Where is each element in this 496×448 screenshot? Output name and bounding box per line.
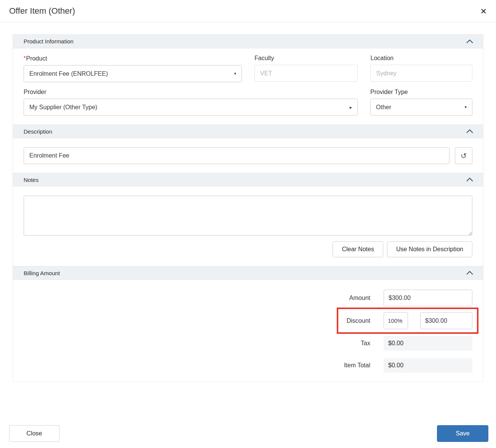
discount-percent-input[interactable] bbox=[384, 312, 408, 329]
save-button[interactable]: Save bbox=[437, 425, 488, 442]
provider-label: Provider bbox=[24, 89, 358, 96]
description-input[interactable] bbox=[24, 147, 450, 164]
tax-value: $0.00 bbox=[384, 336, 472, 351]
provider-type-label: Provider Type bbox=[370, 89, 472, 96]
section-header-description[interactable]: Description bbox=[13, 124, 483, 138]
section-header-notes[interactable]: Notes bbox=[13, 173, 483, 187]
required-asterisk: * bbox=[24, 55, 26, 61]
chevron-up-icon[interactable] bbox=[466, 129, 473, 133]
chevron-up-icon[interactable] bbox=[466, 178, 473, 182]
provider-value: My Supplier (Other Type) bbox=[29, 104, 97, 111]
offer-item-form: Product Information *Product Enrolment F… bbox=[13, 34, 483, 382]
clear-notes-button[interactable]: Clear Notes bbox=[333, 241, 383, 257]
section-title-notes: Notes bbox=[24, 177, 38, 183]
section-header-product-information[interactable]: Product Information bbox=[13, 35, 483, 48]
product-select-value: Enrolment Fee (ENROLFEE) bbox=[29, 70, 108, 77]
notes-body: Clear Notes Use Notes in Description bbox=[13, 187, 483, 266]
provider-lookup[interactable]: My Supplier (Other Type) ▸ bbox=[24, 99, 358, 116]
discount-label: Discount bbox=[347, 317, 370, 324]
description-body: ↺ bbox=[13, 138, 483, 173]
product-information-body: *Product Enrolment Fee (ENROLFEE) ▾ Facu… bbox=[13, 48, 483, 124]
item-total-value: $0.00 bbox=[384, 358, 472, 373]
chevron-up-icon[interactable] bbox=[466, 40, 473, 43]
notes-buttons: Clear Notes Use Notes in Description bbox=[24, 241, 472, 257]
modal-header: Offer Item (Other) ✕ bbox=[0, 0, 496, 22]
modal-title: Offer Item (Other) bbox=[9, 6, 75, 16]
location-input bbox=[370, 65, 472, 82]
caret-down-icon: ▾ bbox=[234, 71, 236, 76]
provider-type-value: Other bbox=[376, 104, 391, 111]
chevron-up-icon[interactable] bbox=[466, 271, 473, 275]
section-title-description: Description bbox=[24, 128, 52, 135]
item-total-row: Item Total $0.00 bbox=[24, 358, 472, 373]
section-header-billing-amount[interactable]: Billing Amount bbox=[13, 266, 483, 280]
amount-input[interactable] bbox=[384, 290, 472, 306]
notes-textarea[interactable] bbox=[24, 196, 472, 236]
caret-down-icon: ▾ bbox=[464, 105, 467, 110]
amount-label: Amount bbox=[349, 295, 370, 301]
close-button[interactable]: Close bbox=[9, 425, 59, 442]
faculty-label: Faculty bbox=[254, 55, 358, 62]
section-title-product-information: Product Information bbox=[24, 38, 74, 45]
item-total-label: Item Total bbox=[344, 362, 370, 369]
discount-row: Discount bbox=[24, 312, 472, 329]
history-icon: ↺ bbox=[461, 152, 467, 160]
product-select[interactable]: Enrolment Fee (ENROLFEE) ▾ bbox=[24, 65, 242, 82]
use-notes-in-description-button[interactable]: Use Notes in Description bbox=[387, 241, 472, 257]
section-title-billing-amount: Billing Amount bbox=[24, 270, 60, 276]
product-label: *Product bbox=[24, 55, 242, 62]
caret-right-icon: ▸ bbox=[350, 105, 352, 110]
restore-description-button[interactable]: ↺ bbox=[455, 147, 472, 164]
amount-row: Amount bbox=[24, 290, 472, 306]
faculty-input bbox=[254, 65, 358, 82]
provider-type-select[interactable]: Other ▾ bbox=[370, 99, 472, 116]
modal-footer: Close Save bbox=[9, 425, 488, 442]
tax-row: Tax $0.00 bbox=[24, 336, 472, 351]
location-label: Location bbox=[370, 55, 472, 62]
tax-label: Tax bbox=[361, 340, 370, 347]
close-icon[interactable]: ✕ bbox=[480, 7, 487, 15]
discount-amount-input[interactable] bbox=[420, 312, 472, 329]
billing-body: Amount Discount Tax $0.00 Item Total $0.… bbox=[13, 280, 483, 382]
